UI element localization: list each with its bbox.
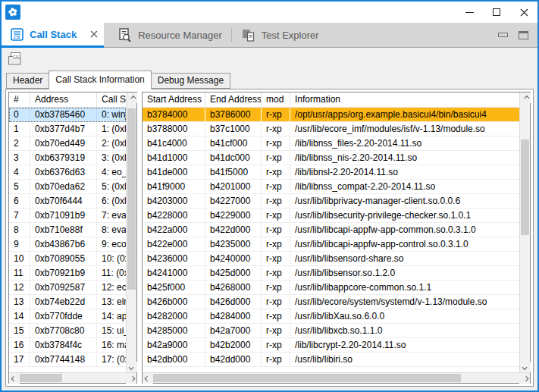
table-cell: b425f000 xyxy=(143,281,205,294)
table-row[interactable]: b4203000b4227000r-xp/usr/lib/libprivacy-… xyxy=(143,194,519,209)
table-row[interactable]: 80xb710e88f8: evas xyxy=(9,223,126,237)
table-row[interactable]: 160xb3784f4c16: ma xyxy=(9,338,126,353)
table-row[interactable]: b41c4000b41cf000r-xp/lib/libnss_files-2.… xyxy=(143,136,519,151)
panel-minimize-icon[interactable] xyxy=(498,33,508,37)
scroll-down-button[interactable] xyxy=(520,362,531,372)
test-explorer-icon xyxy=(241,28,255,42)
call-stack-table-header: # Address Call Stack xyxy=(9,93,126,108)
scroll-track[interactable] xyxy=(127,103,136,362)
table-row[interactable]: b425f000b4268000r-xp/usr/lib/libappcore-… xyxy=(143,281,519,295)
scroll-right-button[interactable] xyxy=(519,373,530,384)
table-cell: b37c1000 xyxy=(205,122,262,136)
scroll-track[interactable] xyxy=(20,373,126,383)
table-cell: /usr/lib/libxcb.so.1.1.0 xyxy=(290,324,519,337)
table-row[interactable]: 90xb43867b69: ecor xyxy=(9,237,126,252)
table-row[interactable]: 20xb70ed4492: (0xb xyxy=(9,136,126,151)
memory-map-table-body: b3784000b3786000r-xp/opt/usr/apps/org.ex… xyxy=(143,108,519,372)
scroll-thumb[interactable] xyxy=(127,108,136,290)
table-cell: 0xb770fdde xyxy=(30,309,97,323)
table-cell: /usr/lib/ecore_imf/modules/isf/v-1.13/mo… xyxy=(290,122,519,136)
table-row[interactable]: b4236000b4240000r-xp/usr/lib/libsensord-… xyxy=(143,252,519,266)
column-header-call-stack[interactable]: Call Stack xyxy=(97,93,126,107)
subtab-call-stack-information[interactable]: Call Stack Information xyxy=(49,71,151,89)
table-row[interactable]: b426b000b426d000r-xp/usr/lib/ecore/syste… xyxy=(143,295,519,309)
table-row[interactable]: 130xb74eb22d13: elm xyxy=(9,295,126,309)
table-row[interactable]: b41de000b41f5000r-xp/lib/libnsl-2.20-201… xyxy=(143,165,519,180)
window-close-button[interactable] xyxy=(510,2,537,23)
table-cell: 17: (0x xyxy=(97,353,126,366)
column-header-mod[interactable]: mod xyxy=(262,93,290,107)
table-cell: b3786000 xyxy=(205,108,262,121)
scroll-up-button[interactable] xyxy=(127,93,137,103)
table-row[interactable]: b4228000b4229000r-xp/usr/lib/libsecurity… xyxy=(143,209,519,223)
scroll-track[interactable] xyxy=(153,373,519,383)
table-row[interactable]: 100xb708905510: (0x xyxy=(9,252,126,266)
table-cell: r-xp xyxy=(262,295,290,309)
table-row[interactable]: 10xb377d4b71: (0xb xyxy=(9,122,126,136)
table-row[interactable]: 60xb70f64446: (0xb xyxy=(9,194,126,209)
table-row[interactable]: b422e000b4235000r-xp/usr/lib/libcapi-app… xyxy=(143,237,519,252)
panel-maximize-icon[interactable] xyxy=(519,31,528,39)
table-row[interactable]: b41f9000b4201000r-xp/lib/libnss_compat-2… xyxy=(143,180,519,194)
table-row[interactable]: b42db000b42dd000r-xp/usr/lib/libiri.so xyxy=(143,353,519,367)
table-cell: /usr/lib/libXau.so.6.0.0 xyxy=(290,309,519,323)
subtab-header[interactable]: Header xyxy=(6,73,49,89)
table-row[interactable]: b422a000b422d000r-xp/usr/lib/libcapi-app… xyxy=(143,223,519,237)
window-maximize-button[interactable] xyxy=(483,2,510,23)
table-cell: 0xb3785460 xyxy=(30,108,97,121)
table-cell: 17 xyxy=(9,353,30,366)
column-header-address[interactable]: Address xyxy=(30,93,97,107)
chevron-right-icon xyxy=(523,375,528,381)
column-header-end-address[interactable]: End Address xyxy=(205,93,262,107)
scroll-thumb[interactable] xyxy=(153,374,461,382)
table-row[interactable]: 50xb70eda625: (0xb xyxy=(9,180,126,194)
scroll-up-button[interactable] xyxy=(520,93,531,103)
scroll-thumb[interactable] xyxy=(20,374,62,382)
table-row[interactable]: 30xb63793193: (0xb xyxy=(9,151,126,165)
table-row[interactable]: 00xb37854600: win_ xyxy=(9,108,126,122)
table-row[interactable]: 110xb70921b911: (0x xyxy=(9,266,126,281)
table-row[interactable]: 40xb6376d634: eo_e xyxy=(9,165,126,180)
scroll-left-button[interactable] xyxy=(143,373,153,384)
open-call-stack-file-button[interactable]: CS xyxy=(6,50,26,68)
scroll-down-button[interactable] xyxy=(127,362,137,372)
call-stack-horizontal-scrollbar[interactable] xyxy=(9,372,136,383)
table-cell: 4: eo_e xyxy=(97,165,126,179)
scroll-left-button[interactable] xyxy=(9,373,20,384)
column-header-number[interactable]: # xyxy=(9,93,30,107)
window-minimize-button[interactable] xyxy=(456,2,483,23)
tab-test-explorer[interactable]: Test Explorer xyxy=(232,23,328,47)
table-cell: b422a000 xyxy=(143,223,205,237)
scroll-thumb[interactable] xyxy=(521,140,529,235)
table-cell: b4284000 xyxy=(205,309,262,323)
table-cell: 0 xyxy=(9,108,30,121)
subtab-debug-message[interactable]: Debug Message xyxy=(151,73,230,89)
memory-map-vertical-scrollbar[interactable] xyxy=(519,93,530,372)
table-row[interactable]: 170xb774414817: (0x xyxy=(9,353,126,367)
table-row[interactable]: b4241000b425d000r-xp/usr/lib/libsensor.s… xyxy=(143,266,519,281)
app-logo-icon xyxy=(5,5,20,20)
subtabs: Header Call Stack Information Debug Mess… xyxy=(5,70,534,89)
tab-resource-manager[interactable]: Resource Manager xyxy=(108,23,231,47)
table-row[interactable]: b4282000b4284000r-xp/usr/lib/libXau.so.6… xyxy=(143,309,519,324)
call-stack-vertical-scrollbar[interactable] xyxy=(126,93,136,372)
scroll-right-button[interactable] xyxy=(126,373,136,384)
table-row[interactable]: b3784000b3786000r-xp/opt/usr/apps/org.ex… xyxy=(143,108,519,122)
scroll-track[interactable] xyxy=(520,103,530,362)
subtab-label: Debug Message xyxy=(158,75,224,86)
table-row[interactable]: b4285000b42a7000r-xp/usr/lib/libxcb.so.1… xyxy=(143,324,519,338)
table-cell: r-xp xyxy=(262,237,290,251)
column-header-start-address[interactable]: Start Address xyxy=(143,93,205,107)
tab-call-stack[interactable]: CS Call Stack xyxy=(2,23,104,48)
table-cell: 0xb70921b9 xyxy=(30,266,97,280)
table-row[interactable]: b41d1000b41dc000r-xp/lib/libnss_nis-2.20… xyxy=(143,151,519,165)
column-header-information[interactable]: Information xyxy=(290,93,519,107)
tab-close-button[interactable] xyxy=(90,30,98,38)
memory-map-horizontal-scrollbar[interactable] xyxy=(143,372,530,383)
table-row[interactable]: 140xb770fdde14: ap xyxy=(9,309,126,324)
table-row[interactable]: b3788000b37c1000r-xp/usr/lib/ecore_imf/m… xyxy=(143,122,519,136)
table-row[interactable]: 150xb7708c8015: ui_ xyxy=(9,324,126,338)
table-row[interactable]: 70xb71091b97: evas xyxy=(9,209,126,223)
table-row[interactable]: 120xb709258712: eco xyxy=(9,281,126,295)
table-row[interactable]: b42a9000b42b2000r-xp/lib/libcrypt-2.20-2… xyxy=(143,338,519,353)
